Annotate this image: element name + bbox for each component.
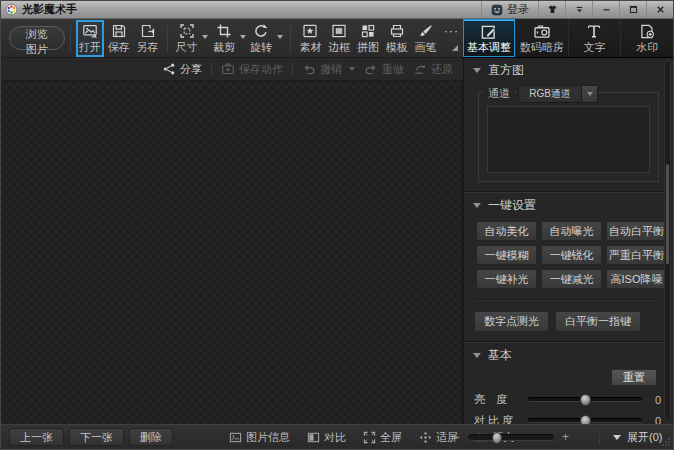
zoom-control: − + bbox=[453, 425, 569, 449]
tool-save[interactable]: 保存 bbox=[104, 20, 133, 57]
tool-resize[interactable]: 尺寸 bbox=[173, 20, 210, 57]
tab-text[interactable]: 文字 bbox=[569, 19, 622, 57]
histogram-section-header[interactable]: 直方图 bbox=[464, 58, 673, 82]
tool-brush[interactable]: 画笔 bbox=[411, 20, 440, 57]
tool-open[interactable]: 打开 bbox=[76, 20, 105, 57]
preset-auto-whitebalance-button[interactable]: 自动白平衡 bbox=[606, 221, 667, 241]
zoom-in-button[interactable]: + bbox=[562, 431, 569, 443]
channel-select[interactable]: RGB通道 bbox=[518, 85, 582, 103]
collapse-window-button[interactable] bbox=[565, 1, 592, 18]
expand-button[interactable]: 展开(0) bbox=[613, 425, 662, 449]
tool-rotate[interactable]: 旋转 bbox=[248, 20, 285, 57]
tool-label: 模板 bbox=[386, 42, 408, 53]
preset-buttons-grid: 自动美化 自动曝光 自动白平衡 一键模糊 一键锐化 严重白平衡 一键补光 一键减… bbox=[476, 221, 673, 289]
save-icon bbox=[111, 23, 127, 39]
tool-border[interactable]: 边框 bbox=[325, 20, 354, 57]
undo-button[interactable]: 撤销 bbox=[302, 62, 355, 77]
chevron-down-icon[interactable] bbox=[240, 35, 246, 39]
camera-icon bbox=[533, 23, 551, 40]
chevron-down-icon[interactable] bbox=[349, 67, 355, 71]
preset-auto-exposure-button[interactable]: 自动曝光 bbox=[541, 221, 602, 241]
preset-one-key-sharpen-button[interactable]: 一键锐化 bbox=[541, 245, 602, 265]
brightness-slider[interactable] bbox=[528, 397, 642, 402]
panel-scrollbar[interactable] bbox=[664, 61, 671, 421]
channel-dropdown-button[interactable] bbox=[582, 85, 598, 103]
compare-button[interactable]: 对比 bbox=[307, 430, 346, 445]
slider-thumb[interactable] bbox=[580, 394, 591, 406]
chevron-down-icon[interactable] bbox=[202, 35, 208, 39]
save-as-icon bbox=[140, 23, 156, 39]
save-action-button[interactable]: 保存动作 bbox=[221, 62, 283, 77]
fullscreen-button[interactable]: 全屏 bbox=[363, 430, 402, 445]
preset-one-key-blur-button[interactable]: 一键模糊 bbox=[476, 245, 537, 265]
minimize-button[interactable] bbox=[592, 1, 619, 18]
zoom-slider-thumb[interactable] bbox=[492, 432, 502, 444]
contrast-slider[interactable] bbox=[528, 418, 642, 423]
restore-button[interactable]: 还原 bbox=[413, 62, 453, 77]
tab-watermark[interactable]: 水印 bbox=[621, 19, 673, 57]
zoom-slider[interactable] bbox=[468, 434, 554, 441]
preset-one-key-filllight-button[interactable]: 一键补光 bbox=[476, 269, 537, 289]
resize-grip-icon[interactable] bbox=[661, 437, 671, 447]
tool-label: 全屏 bbox=[380, 430, 402, 445]
maximize-button[interactable] bbox=[619, 1, 646, 18]
whitebalance-picker-button[interactable]: 白平衡一指键 bbox=[555, 311, 641, 332]
tool-label: 另存 bbox=[137, 42, 159, 53]
slider-label: 对 比 度 bbox=[474, 413, 521, 424]
channel-label: 通道 bbox=[483, 83, 515, 104]
chevron-down-icon bbox=[587, 92, 593, 96]
close-button[interactable] bbox=[646, 1, 673, 18]
tab-label: 基本调整 bbox=[467, 42, 511, 53]
tool-template[interactable]: 模板 bbox=[382, 20, 411, 57]
expand-label: 展开(0) bbox=[627, 430, 662, 445]
browse-images-button[interactable]: 浏览图片 bbox=[9, 26, 65, 50]
redo-button[interactable]: 重做 bbox=[364, 62, 404, 77]
tool-label: 画笔 bbox=[415, 42, 437, 53]
preset-one-key-dimlight-button[interactable]: 一键减光 bbox=[541, 269, 602, 289]
share-button[interactable]: 分享 bbox=[162, 62, 202, 77]
basic-adjust-panel: 直方图 通道 RGB通道 一键设置 自动美化 自动曝光 自动白平衡 一键模糊 bbox=[463, 58, 673, 424]
zoom-out-button[interactable]: − bbox=[453, 431, 460, 443]
skin-button[interactable] bbox=[538, 1, 565, 18]
skin-icon bbox=[547, 4, 558, 15]
tab-digital-darkroom[interactable]: 数码暗房 bbox=[516, 19, 569, 57]
more-label: ··· bbox=[444, 24, 459, 38]
contrast-slider-row: 对 比 度 0 bbox=[474, 411, 661, 424]
more-tools-button[interactable]: ··· bbox=[440, 20, 463, 57]
actionbar-separator bbox=[292, 63, 293, 76]
collapse-icon bbox=[574, 4, 585, 15]
presets-section-header[interactable]: 一键设置 bbox=[464, 193, 673, 217]
tool-collage[interactable]: 拼图 bbox=[354, 20, 383, 57]
login-button[interactable]: 登录 bbox=[481, 1, 538, 18]
preset-high-iso-denoise-button[interactable]: 高ISO降噪 bbox=[606, 269, 667, 289]
next-image-button[interactable]: 下一张 bbox=[69, 428, 124, 446]
tool-material[interactable]: 素材 bbox=[296, 20, 325, 57]
slider-thumb[interactable] bbox=[580, 415, 591, 424]
tab-basic-adjust[interactable]: 基本调整 bbox=[463, 19, 516, 57]
crop-icon bbox=[216, 23, 232, 39]
text-icon bbox=[585, 23, 603, 40]
image-canvas[interactable] bbox=[1, 81, 463, 424]
fit-screen-icon bbox=[419, 431, 432, 444]
tool-save-as[interactable]: 另存 bbox=[133, 20, 162, 57]
tool-crop[interactable]: 裁剪 bbox=[210, 20, 247, 57]
delete-image-button[interactable]: 删除 bbox=[129, 428, 173, 446]
scrollbar-thumb[interactable] bbox=[666, 164, 669, 264]
section-title: 基本 bbox=[488, 347, 512, 364]
reset-row: 重置 bbox=[464, 368, 673, 388]
basic-section-header[interactable]: 基本 bbox=[464, 343, 673, 367]
bottombar-separator bbox=[599, 430, 600, 445]
preset-severe-whitebalance-button[interactable]: 严重白平衡 bbox=[606, 245, 667, 265]
tab-label: 水印 bbox=[636, 42, 658, 53]
prev-image-button[interactable]: 上一张 bbox=[9, 428, 64, 446]
collapse-arrow-icon bbox=[473, 353, 481, 358]
digital-spot-metering-button[interactable]: 数字点测光 bbox=[474, 311, 549, 332]
image-info-button[interactable]: 图片信息 bbox=[229, 430, 290, 445]
tab-label: 文字 bbox=[583, 42, 605, 53]
histogram-display bbox=[487, 106, 650, 173]
smiley-icon bbox=[491, 4, 503, 16]
reset-button[interactable]: 重置 bbox=[611, 369, 657, 386]
chevron-down-icon[interactable] bbox=[277, 35, 283, 39]
preset-auto-beautify-button[interactable]: 自动美化 bbox=[476, 221, 537, 241]
tool-label: 素材 bbox=[299, 42, 321, 53]
